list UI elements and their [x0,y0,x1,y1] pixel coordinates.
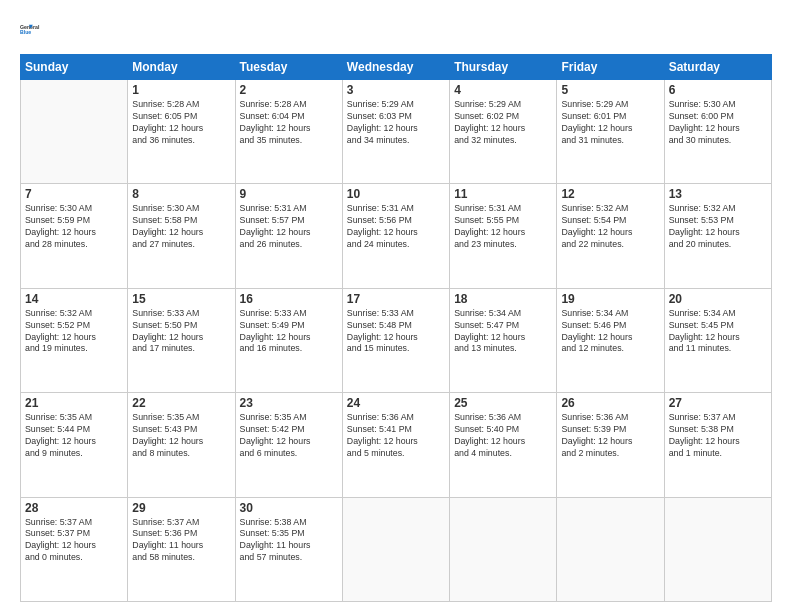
calendar-cell: 19Sunrise: 5:34 AM Sunset: 5:46 PM Dayli… [557,288,664,392]
week-row-3: 14Sunrise: 5:32 AM Sunset: 5:52 PM Dayli… [21,288,772,392]
calendar-cell: 28Sunrise: 5:37 AM Sunset: 5:37 PM Dayli… [21,497,128,601]
calendar-cell: 6Sunrise: 5:30 AM Sunset: 6:00 PM Daylig… [664,80,771,184]
day-info: Sunrise: 5:36 AM Sunset: 5:39 PM Dayligh… [561,412,659,460]
day-info: Sunrise: 5:30 AM Sunset: 6:00 PM Dayligh… [669,99,767,147]
calendar-cell: 20Sunrise: 5:34 AM Sunset: 5:45 PM Dayli… [664,288,771,392]
calendar-cell [342,497,449,601]
day-info: Sunrise: 5:33 AM Sunset: 5:48 PM Dayligh… [347,308,445,356]
day-number: 20 [669,292,767,306]
day-info: Sunrise: 5:29 AM Sunset: 6:01 PM Dayligh… [561,99,659,147]
weekday-header-saturday: Saturday [664,55,771,80]
calendar-cell: 11Sunrise: 5:31 AM Sunset: 5:55 PM Dayli… [450,184,557,288]
week-row-4: 21Sunrise: 5:35 AM Sunset: 5:44 PM Dayli… [21,393,772,497]
calendar-cell: 5Sunrise: 5:29 AM Sunset: 6:01 PM Daylig… [557,80,664,184]
calendar-cell: 4Sunrise: 5:29 AM Sunset: 6:02 PM Daylig… [450,80,557,184]
day-info: Sunrise: 5:32 AM Sunset: 5:52 PM Dayligh… [25,308,123,356]
day-number: 9 [240,187,338,201]
calendar-cell: 26Sunrise: 5:36 AM Sunset: 5:39 PM Dayli… [557,393,664,497]
day-info: Sunrise: 5:29 AM Sunset: 6:02 PM Dayligh… [454,99,552,147]
day-info: Sunrise: 5:35 AM Sunset: 5:42 PM Dayligh… [240,412,338,460]
day-number: 25 [454,396,552,410]
calendar-cell [664,497,771,601]
day-number: 21 [25,396,123,410]
calendar-cell: 13Sunrise: 5:32 AM Sunset: 5:53 PM Dayli… [664,184,771,288]
weekday-header-friday: Friday [557,55,664,80]
calendar-cell: 29Sunrise: 5:37 AM Sunset: 5:36 PM Dayli… [128,497,235,601]
day-number: 7 [25,187,123,201]
day-number: 13 [669,187,767,201]
calendar-cell: 8Sunrise: 5:30 AM Sunset: 5:58 PM Daylig… [128,184,235,288]
weekday-header-row: SundayMondayTuesdayWednesdayThursdayFrid… [21,55,772,80]
page: General Blue SundayMondayTuesdayWednesda… [0,0,792,612]
day-info: Sunrise: 5:34 AM Sunset: 5:47 PM Dayligh… [454,308,552,356]
calendar-cell [557,497,664,601]
day-info: Sunrise: 5:31 AM Sunset: 5:56 PM Dayligh… [347,203,445,251]
day-info: Sunrise: 5:37 AM Sunset: 5:38 PM Dayligh… [669,412,767,460]
day-info: Sunrise: 5:32 AM Sunset: 5:54 PM Dayligh… [561,203,659,251]
calendar-cell: 1Sunrise: 5:28 AM Sunset: 6:05 PM Daylig… [128,80,235,184]
calendar-cell: 23Sunrise: 5:35 AM Sunset: 5:42 PM Dayli… [235,393,342,497]
day-number: 22 [132,396,230,410]
calendar-cell: 10Sunrise: 5:31 AM Sunset: 5:56 PM Dayli… [342,184,449,288]
calendar-cell [21,80,128,184]
day-info: Sunrise: 5:34 AM Sunset: 5:46 PM Dayligh… [561,308,659,356]
day-number: 18 [454,292,552,306]
day-info: Sunrise: 5:28 AM Sunset: 6:04 PM Dayligh… [240,99,338,147]
day-info: Sunrise: 5:33 AM Sunset: 5:50 PM Dayligh… [132,308,230,356]
day-info: Sunrise: 5:29 AM Sunset: 6:03 PM Dayligh… [347,99,445,147]
calendar-cell: 14Sunrise: 5:32 AM Sunset: 5:52 PM Dayli… [21,288,128,392]
day-number: 2 [240,83,338,97]
day-info: Sunrise: 5:30 AM Sunset: 5:58 PM Dayligh… [132,203,230,251]
day-info: Sunrise: 5:37 AM Sunset: 5:37 PM Dayligh… [25,517,123,565]
weekday-header-wednesday: Wednesday [342,55,449,80]
calendar-cell: 22Sunrise: 5:35 AM Sunset: 5:43 PM Dayli… [128,393,235,497]
day-number: 19 [561,292,659,306]
weekday-header-monday: Monday [128,55,235,80]
calendar-cell: 17Sunrise: 5:33 AM Sunset: 5:48 PM Dayli… [342,288,449,392]
week-row-1: 1Sunrise: 5:28 AM Sunset: 6:05 PM Daylig… [21,80,772,184]
day-number: 29 [132,501,230,515]
day-number: 23 [240,396,338,410]
day-info: Sunrise: 5:37 AM Sunset: 5:36 PM Dayligh… [132,517,230,565]
calendar-cell: 7Sunrise: 5:30 AM Sunset: 5:59 PM Daylig… [21,184,128,288]
day-info: Sunrise: 5:38 AM Sunset: 5:35 PM Dayligh… [240,517,338,565]
calendar-cell: 9Sunrise: 5:31 AM Sunset: 5:57 PM Daylig… [235,184,342,288]
day-number: 5 [561,83,659,97]
day-number: 28 [25,501,123,515]
day-number: 16 [240,292,338,306]
day-number: 3 [347,83,445,97]
day-number: 8 [132,187,230,201]
day-info: Sunrise: 5:32 AM Sunset: 5:53 PM Dayligh… [669,203,767,251]
logo: General Blue [20,16,48,44]
calendar-cell: 12Sunrise: 5:32 AM Sunset: 5:54 PM Dayli… [557,184,664,288]
calendar-cell: 15Sunrise: 5:33 AM Sunset: 5:50 PM Dayli… [128,288,235,392]
calendar-cell: 16Sunrise: 5:33 AM Sunset: 5:49 PM Dayli… [235,288,342,392]
day-info: Sunrise: 5:30 AM Sunset: 5:59 PM Dayligh… [25,203,123,251]
weekday-header-thursday: Thursday [450,55,557,80]
day-info: Sunrise: 5:35 AM Sunset: 5:44 PM Dayligh… [25,412,123,460]
day-number: 14 [25,292,123,306]
day-number: 30 [240,501,338,515]
calendar-cell: 3Sunrise: 5:29 AM Sunset: 6:03 PM Daylig… [342,80,449,184]
day-number: 10 [347,187,445,201]
calendar-cell: 30Sunrise: 5:38 AM Sunset: 5:35 PM Dayli… [235,497,342,601]
calendar: SundayMondayTuesdayWednesdayThursdayFrid… [20,54,772,602]
calendar-cell: 25Sunrise: 5:36 AM Sunset: 5:40 PM Dayli… [450,393,557,497]
day-number: 4 [454,83,552,97]
header: General Blue [20,16,772,44]
day-info: Sunrise: 5:28 AM Sunset: 6:05 PM Dayligh… [132,99,230,147]
day-info: Sunrise: 5:31 AM Sunset: 5:55 PM Dayligh… [454,203,552,251]
day-number: 1 [132,83,230,97]
day-info: Sunrise: 5:35 AM Sunset: 5:43 PM Dayligh… [132,412,230,460]
calendar-cell: 27Sunrise: 5:37 AM Sunset: 5:38 PM Dayli… [664,393,771,497]
day-number: 6 [669,83,767,97]
day-info: Sunrise: 5:33 AM Sunset: 5:49 PM Dayligh… [240,308,338,356]
week-row-5: 28Sunrise: 5:37 AM Sunset: 5:37 PM Dayli… [21,497,772,601]
calendar-cell: 24Sunrise: 5:36 AM Sunset: 5:41 PM Dayli… [342,393,449,497]
day-info: Sunrise: 5:36 AM Sunset: 5:41 PM Dayligh… [347,412,445,460]
svg-text:Blue: Blue [20,29,31,35]
day-info: Sunrise: 5:34 AM Sunset: 5:45 PM Dayligh… [669,308,767,356]
week-row-2: 7Sunrise: 5:30 AM Sunset: 5:59 PM Daylig… [21,184,772,288]
calendar-cell: 2Sunrise: 5:28 AM Sunset: 6:04 PM Daylig… [235,80,342,184]
calendar-cell: 18Sunrise: 5:34 AM Sunset: 5:47 PM Dayli… [450,288,557,392]
